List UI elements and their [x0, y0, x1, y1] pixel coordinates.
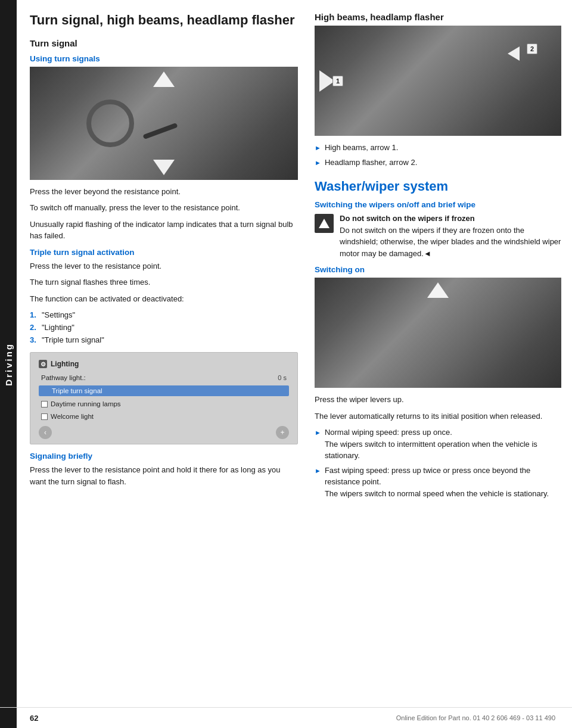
- pathway-light-row: Pathway light.: 0 s: [39, 373, 289, 382]
- warning-triangle-graphic: [319, 219, 329, 228]
- high-beams-bullets: ► High beams, arrow 1. ► Headlamp flashe…: [315, 142, 561, 168]
- nav-forward-btn[interactable]: +: [276, 426, 289, 439]
- high-beams-text-2: Headlamp flasher, arrow 2.: [325, 157, 417, 169]
- welcome-label: Welcome light: [51, 413, 94, 420]
- list-item-1: 1. "Settings": [30, 309, 298, 322]
- pathway-light-label: Pathway light.:: [41, 374, 86, 381]
- wiper-bullet-1-sub: The wipers switch to intermittent operat…: [325, 440, 537, 461]
- warning-content: Do not switch on the wipers if frozen Do…: [340, 213, 561, 259]
- callout-1: 1: [332, 76, 343, 86]
- left-column: Turn signal, high beams, headlamp flashe…: [17, 12, 309, 504]
- bullet-arrow-icon-2: ►: [315, 158, 321, 168]
- turn-signal-body2: To switch off manually, press the lever …: [30, 202, 298, 214]
- triple-body3: The function can be activated or deactiv…: [30, 293, 298, 305]
- bullet-arrow-icon-3: ►: [315, 428, 321, 438]
- switching-wipers-subheading: Switching the wipers on/off and brief wi…: [315, 200, 561, 209]
- wiper-bullet-1-label: Normal wiping speed: press up once.: [325, 428, 452, 437]
- settings-title-bar: ⚙ Lighting: [39, 360, 289, 368]
- turn-signal-section: Turn signal Using turn signals Press the…: [30, 38, 298, 445]
- steering-wheel-graphic: [86, 99, 134, 147]
- page-title: Turn signal, high beams, headlamp flashe…: [30, 12, 298, 29]
- list-text-3: "Triple turn signal": [42, 335, 104, 344]
- high-beams-text-1: High beams, arrow 1.: [325, 142, 399, 154]
- wiper-body2: The lever automatically returns to its i…: [315, 410, 561, 422]
- daytime-running-row[interactable]: Daytime running lamps: [39, 399, 289, 409]
- welcome-light-row[interactable]: Welcome light: [39, 412, 289, 421]
- signaling-briefly-subheading: Signaling briefly: [30, 452, 298, 461]
- warning-body: Do not switch on the wipers if they are …: [340, 225, 561, 260]
- using-turn-signals-subheading: Using turn signals: [30, 54, 298, 63]
- wiper-bullet-2-sub: The wipers switch to normal speed when t…: [325, 489, 549, 498]
- high-beams-section: High beams, headlamp flasher 1 2 ► High …: [315, 12, 561, 168]
- turn-signal-image: [30, 67, 298, 180]
- footer: 62 Online Edition for Part no. 01 40 2 6…: [0, 707, 572, 728]
- side-tab: Driving: [0, 0, 17, 728]
- settings-nav: ‹ +: [39, 426, 289, 439]
- warning-box: Do not switch on the wipers if frozen Do…: [315, 213, 561, 259]
- right-column: High beams, headlamp flasher 1 2 ► High …: [309, 12, 572, 504]
- main-content: Turn signal, high beams, headlamp flashe…: [17, 0, 572, 522]
- arrow-2-graphic: [508, 46, 520, 61]
- side-tab-label: Driving: [4, 343, 14, 386]
- welcome-row-content: Welcome light: [41, 413, 94, 420]
- high-beams-image: 1 2: [315, 26, 561, 136]
- daytime-checkbox[interactable]: [41, 401, 48, 407]
- wiper-arrow-up-graphic: [427, 282, 449, 298]
- wiper-graphic: [315, 278, 561, 388]
- washer-wiper-major-heading: Washer/wiper system: [315, 179, 561, 194]
- triple-turn-signal-label: Triple turn signal: [52, 387, 102, 394]
- wiper-bullets: ► Normal wiping speed: press up once. Th…: [315, 427, 561, 499]
- high-beams-graphic: 1 2: [315, 26, 561, 136]
- list-num-3: 3.: [30, 334, 36, 347]
- wiper-bullet-2-content: Fast wiping speed: press up twice or pre…: [325, 465, 561, 500]
- daytime-label: Daytime running lamps: [51, 400, 121, 407]
- daytime-row-content: Daytime running lamps: [41, 400, 121, 407]
- signaling-briefly-body: Press the lever to the resistance point …: [30, 464, 298, 487]
- page-number: 62: [30, 714, 38, 723]
- triple-body2: The turn signal flashes three times.: [30, 276, 298, 288]
- list-text-1: "Settings": [42, 310, 75, 319]
- list-item-3: 3. "Triple turn signal": [30, 334, 298, 347]
- high-beams-bullet-2: ► Headlamp flasher, arrow 2.: [315, 157, 561, 169]
- welcome-checkbox[interactable]: [41, 413, 48, 420]
- triple-steps-list: 1. "Settings" 2. "Lighting" 3. "Triple t…: [30, 309, 298, 346]
- list-text-2: "Lighting": [42, 323, 74, 332]
- warning-title: Do not switch on the wipers if frozen: [340, 213, 561, 225]
- wiper-bullet-1-content: Normal wiping speed: press up once. The …: [325, 427, 561, 462]
- list-num-1: 1.: [30, 309, 36, 322]
- triple-body1: Press the lever to the resistance point.: [30, 260, 298, 272]
- bullet-arrow-icon-4: ►: [315, 466, 321, 476]
- settings-screen: ⚙ Lighting Pathway light.: 0 s Triple tu…: [30, 352, 298, 444]
- nav-back-btn[interactable]: ‹: [39, 426, 52, 439]
- wiper-bullet-1: ► Normal wiping speed: press up once. Th…: [315, 427, 561, 462]
- triple-turn-signal-subheading: Triple turn signal activation: [30, 248, 298, 257]
- settings-title: Lighting: [51, 360, 79, 368]
- wiper-bullet-2-label: Fast wiping speed: press up twice or pre…: [325, 466, 530, 487]
- settings-gear-icon: ⚙: [39, 360, 47, 368]
- high-beams-heading: High beams, headlamp flasher: [315, 12, 561, 22]
- list-num-2: 2.: [30, 322, 36, 334]
- wiper-image: [315, 278, 561, 388]
- list-item-2: 2. "Lighting": [30, 322, 298, 334]
- switching-on-subheading: Switching on: [315, 265, 561, 274]
- washer-wiper-section: Washer/wiper system Switching the wipers…: [315, 179, 561, 499]
- arrow-down-graphic: [153, 160, 175, 175]
- callout-2: 2: [527, 43, 537, 54]
- turn-signal-body3: Unusually rapid flashing of the indicato…: [30, 219, 298, 242]
- pathway-light-value: 0 s: [278, 374, 287, 381]
- warning-icon: [315, 214, 334, 233]
- turn-signal-body1: Press the lever beyond the resistance po…: [30, 186, 298, 198]
- wiper-bullet-2: ► Fast wiping speed: press up twice or p…: [315, 465, 561, 500]
- bullet-arrow-icon-1: ►: [315, 143, 321, 153]
- triple-turn-signal-row[interactable]: Triple turn signal: [39, 385, 289, 396]
- signaling-briefly-section: Signaling briefly Press the lever to the…: [30, 452, 298, 487]
- footer-text: Online Edition for Part no. 01 40 2 606 …: [396, 714, 555, 721]
- high-beams-bullet-1: ► High beams, arrow 1.: [315, 142, 561, 154]
- turn-signal-heading: Turn signal: [30, 38, 298, 48]
- wiper-body1: Press the wiper levers up.: [315, 394, 561, 406]
- arrow-up-graphic: [153, 71, 175, 87]
- lever-graphic: [142, 123, 178, 139]
- triple-checkbox[interactable]: [42, 388, 49, 394]
- triple-turn-signal-row-content: Triple turn signal: [42, 387, 102, 394]
